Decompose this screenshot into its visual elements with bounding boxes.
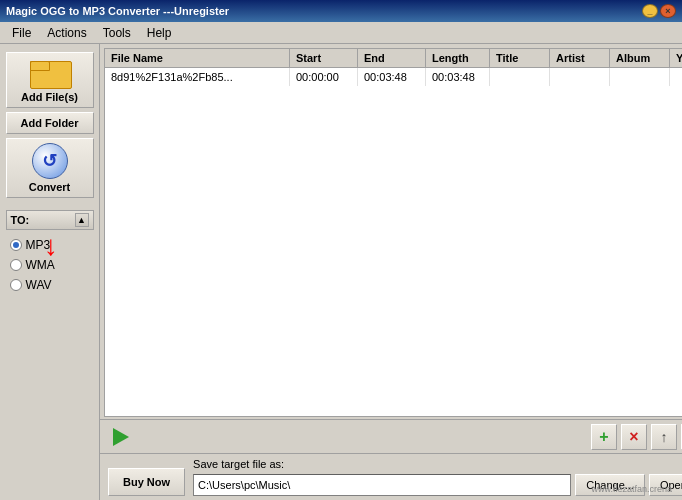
wav-label: WAV xyxy=(26,278,52,292)
add-icon: + xyxy=(599,428,608,446)
delete-toolbar-button[interactable]: × xyxy=(621,424,647,450)
save-row: Change... Open... xyxy=(193,474,682,496)
col-start: Start xyxy=(290,49,358,67)
cell-year xyxy=(670,68,682,86)
format-wma-option[interactable]: WMA xyxy=(10,258,90,272)
play-icon xyxy=(113,428,129,446)
content-area: File Name Start End Length Title Artist … xyxy=(100,44,682,500)
save-header: Save target file as: ▲ xyxy=(193,458,682,472)
col-year: Year xyxy=(670,49,682,67)
bottom-left: Buy Now xyxy=(108,468,185,496)
table-header: File Name Start End Length Title Artist … xyxy=(105,49,682,68)
to-section: TO: ▲ MP3 WMA WAV xyxy=(6,210,94,300)
col-artist: Artist xyxy=(550,49,610,67)
add-folder-button[interactable]: Add Folder xyxy=(6,112,94,134)
menu-tools[interactable]: Tools xyxy=(95,24,139,42)
move-up-button[interactable]: ↑ xyxy=(651,424,677,450)
cell-title xyxy=(490,68,550,86)
collapse-icon: ▲ xyxy=(77,215,86,225)
table-row[interactable]: 8d91%2F131a%2Fb85... 00:00:00 00:03:48 0… xyxy=(105,68,682,86)
convert-label: Convert xyxy=(29,181,71,193)
cell-length: 00:03:48 xyxy=(426,68,490,86)
menu-actions[interactable]: Actions xyxy=(39,24,94,42)
buy-now-button[interactable]: Buy Now xyxy=(108,468,185,496)
format-mp3-option[interactable]: MP3 xyxy=(10,238,90,252)
cell-end: 00:03:48 xyxy=(358,68,426,86)
save-target-label: Save target file as: xyxy=(193,458,284,470)
menu-file[interactable]: File xyxy=(4,24,39,42)
main-layout: Add File(s) Add Folder ↺ Convert TO: ▲ xyxy=(0,44,682,500)
folder-icon xyxy=(30,57,70,89)
col-filename: File Name xyxy=(105,49,290,67)
cell-album xyxy=(610,68,670,86)
play-button[interactable] xyxy=(108,424,134,450)
bottom-row: Buy Now Save target file as: ▲ Change... xyxy=(108,458,682,496)
add-files-label: Add File(s) xyxy=(21,91,78,103)
toolbar: + × ↑ ↓ xyxy=(100,419,682,453)
add-files-button[interactable]: Add File(s) xyxy=(6,52,94,108)
cell-filename: 8d91%2F131a%2Fb85... xyxy=(105,68,290,86)
mp3-label: MP3 xyxy=(26,238,51,252)
sidebar: Add File(s) Add Folder ↺ Convert TO: ▲ xyxy=(0,44,100,500)
wma-label: WMA xyxy=(26,258,55,272)
minimize-button[interactable]: _ xyxy=(642,4,658,18)
to-label: TO: xyxy=(11,214,30,226)
add-toolbar-button[interactable]: + xyxy=(591,424,617,450)
cell-artist xyxy=(550,68,610,86)
col-album: Album xyxy=(610,49,670,67)
bottom-right: Save target file as: ▲ Change... Open... xyxy=(193,458,682,496)
up-icon: ↑ xyxy=(661,429,668,445)
file-table: File Name Start End Length Title Artist … xyxy=(104,48,682,417)
convert-circle-icon: ↺ xyxy=(32,143,68,179)
col-title: Title xyxy=(490,49,550,67)
format-options: MP3 WMA WAV xyxy=(6,230,94,300)
add-folder-label: Add Folder xyxy=(20,117,78,129)
open-button[interactable]: Open... xyxy=(649,474,682,496)
menu-help[interactable]: Help xyxy=(139,24,180,42)
convert-button[interactable]: ↺ Convert xyxy=(6,138,94,198)
wma-radio[interactable] xyxy=(10,259,22,271)
to-collapse-button[interactable]: ▲ xyxy=(75,213,89,227)
delete-icon: × xyxy=(629,428,638,446)
col-end: End xyxy=(358,49,426,67)
format-wav-option[interactable]: WAV xyxy=(10,278,90,292)
title-bar: Magic OGG to MP3 Converter ---Unregister… xyxy=(0,0,682,22)
save-path-input[interactable] xyxy=(193,474,571,496)
convert-icon: ↺ xyxy=(32,143,68,179)
col-length: Length xyxy=(426,49,490,67)
window-controls: _ × xyxy=(642,4,676,18)
change-button[interactable]: Change... xyxy=(575,474,645,496)
mp3-radio[interactable] xyxy=(10,239,22,251)
menu-bar: File Actions Tools Help xyxy=(0,22,682,44)
close-button[interactable]: × xyxy=(660,4,676,18)
cell-start: 00:00:00 xyxy=(290,68,358,86)
wav-radio[interactable] xyxy=(10,279,22,291)
bottom-section: Buy Now Save target file as: ▲ Change... xyxy=(100,453,682,500)
to-header: TO: ▲ xyxy=(6,210,94,230)
app-title: Magic OGG to MP3 Converter ---Unregister xyxy=(6,5,229,17)
